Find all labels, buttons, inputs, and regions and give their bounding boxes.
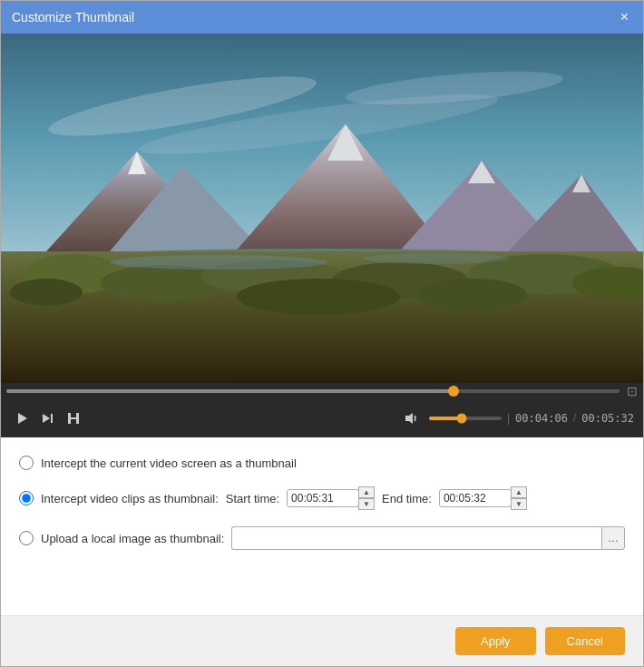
- progress-bar-container: ⊡: [1, 383, 643, 399]
- end-time-spinner: ▲ ▼: [511, 486, 527, 510]
- progress-fill: [6, 389, 454, 393]
- svg-rect-31: [71, 417, 76, 419]
- next-frame-button[interactable]: [35, 407, 61, 429]
- svg-rect-29: [68, 413, 71, 424]
- file-browse-button[interactable]: …: [601, 526, 625, 550]
- start-time-group: ▲ ▼: [287, 486, 375, 510]
- start-time-label: Start time:: [226, 492, 279, 505]
- end-time-down[interactable]: ▼: [511, 498, 527, 510]
- progress-track[interactable]: [6, 389, 620, 393]
- clip-button[interactable]: [61, 407, 86, 429]
- option2-radio[interactable]: [19, 491, 34, 505]
- customize-thumbnail-dialog: Customize Thumbnail ×: [0, 0, 644, 667]
- progress-thumb[interactable]: [448, 386, 459, 397]
- svg-point-23: [418, 279, 527, 311]
- option1-label: Intercept the current video screen as a …: [41, 456, 297, 470]
- svg-marker-26: [18, 413, 27, 424]
- end-time-label: End time:: [382, 492, 432, 505]
- end-time-group: ▲ ▼: [439, 486, 527, 510]
- svg-rect-28: [51, 414, 53, 423]
- title-bar: Customize Thumbnail ×: [1, 1, 643, 34]
- svg-point-22: [237, 279, 400, 315]
- close-button[interactable]: ×: [617, 8, 632, 26]
- volume-button[interactable]: [398, 407, 424, 429]
- apply-button[interactable]: Apply: [455, 627, 536, 655]
- end-time-input[interactable]: [439, 489, 512, 507]
- svg-marker-27: [43, 414, 50, 423]
- current-time: 00:04:06: [515, 412, 568, 425]
- svg-rect-30: [76, 413, 79, 424]
- file-path-input[interactable]: [231, 526, 601, 550]
- play-button[interactable]: [10, 407, 35, 429]
- video-preview: [1, 34, 643, 383]
- controls-bar: | 00:04:06 / 00:05:32: [1, 399, 643, 437]
- total-time: 00:05:32: [581, 412, 634, 425]
- option3-row: Upload a local image as thumbnail: …: [19, 526, 625, 550]
- footer-bar: Apply Cancel: [1, 615, 643, 666]
- dialog-title: Customize Thumbnail: [12, 10, 134, 25]
- svg-point-25: [364, 253, 509, 264]
- start-time-spinner: ▲ ▼: [358, 486, 375, 510]
- volume-thumb[interactable]: [456, 414, 466, 424]
- screenshot-icon[interactable]: ⊡: [627, 384, 638, 398]
- volume-track[interactable]: [429, 417, 502, 420]
- svg-point-24: [110, 255, 327, 270]
- option2-row: Intercept video clips as thumbnail: Star…: [19, 486, 625, 510]
- file-input-row: …: [231, 526, 625, 550]
- end-time-up[interactable]: ▲: [511, 486, 527, 498]
- video-frame: [1, 34, 643, 383]
- cancel-button[interactable]: Cancel: [545, 627, 625, 655]
- video-image: [1, 34, 643, 383]
- option3-label: Upload a local image as thumbnail:: [41, 532, 224, 545]
- option3-radio[interactable]: [19, 531, 34, 545]
- start-time-down[interactable]: ▼: [358, 498, 375, 510]
- start-time-up[interactable]: ▲: [358, 486, 375, 498]
- start-time-input[interactable]: [287, 489, 359, 507]
- option2-label: Intercept video clips as thumbnail:: [41, 492, 219, 505]
- option1-row: Intercept the current video screen as a …: [19, 456, 625, 470]
- svg-marker-32: [405, 413, 413, 424]
- options-area: Intercept the current video screen as a …: [1, 437, 643, 615]
- svg-point-21: [10, 279, 83, 306]
- option1-radio[interactable]: [19, 456, 34, 470]
- volume-area: [398, 407, 502, 429]
